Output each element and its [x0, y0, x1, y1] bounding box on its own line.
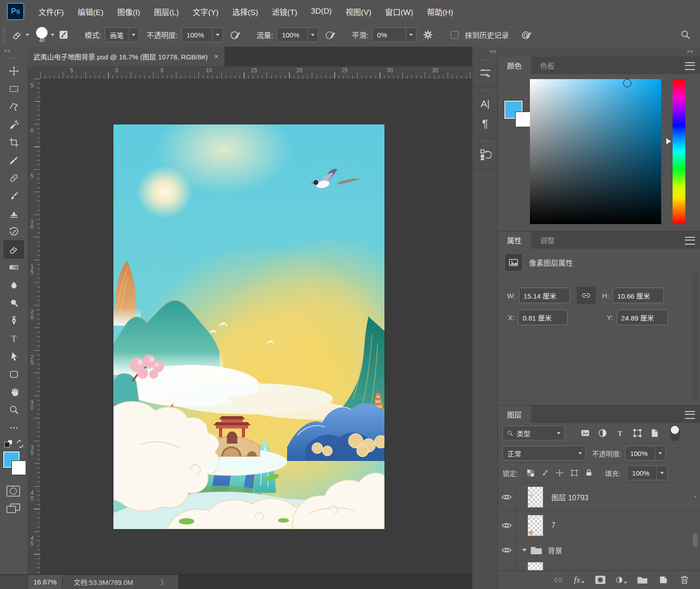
x-field[interactable]: 0.81 厘米	[518, 310, 567, 325]
size-pressure-button[interactable]	[519, 28, 534, 42]
history-brush-tool[interactable]	[4, 223, 24, 241]
lasso-tool[interactable]	[4, 98, 24, 116]
quick-mask-button[interactable]	[6, 485, 21, 497]
healing-brush-tool[interactable]	[4, 169, 24, 187]
zoom-tool[interactable]	[4, 401, 24, 419]
opacity-select[interactable]: 100%	[182, 27, 223, 42]
menu-file[interactable]: 文件(F)	[32, 0, 71, 23]
zoom-level-field[interactable]: 16.67%	[28, 575, 63, 589]
hue-slider[interactable]	[673, 79, 685, 224]
link-layers-button[interactable]	[552, 574, 564, 586]
lock-transparency-icon[interactable]	[524, 467, 536, 479]
layers-scroll-up[interactable]: ⌃	[693, 495, 698, 502]
layer-name[interactable]: 背景	[548, 545, 562, 556]
height-field[interactable]: 10.66 厘米	[613, 288, 664, 303]
layer-thumbnail[interactable]	[528, 515, 543, 536]
search-button[interactable]	[678, 28, 693, 41]
smoothing-options-gear-button[interactable]	[420, 28, 436, 42]
background-color-swatch[interactable]	[11, 460, 26, 475]
menu-image[interactable]: 图像(I)	[110, 0, 147, 23]
pen-tool[interactable]	[4, 312, 24, 330]
lock-pixels-icon[interactable]	[539, 467, 551, 479]
mode-select[interactable]: 画笔	[105, 27, 139, 42]
gradient-tool[interactable]	[4, 258, 24, 276]
filter-adjustment-layers-icon[interactable]	[596, 426, 609, 440]
layers-scrollbar-thumb[interactable]	[693, 534, 698, 547]
top-ruler[interactable]: 5 0 5 10 15 20 25 30 35	[40, 66, 472, 79]
airbrush-button[interactable]	[323, 28, 338, 42]
paragraph-panel-icon[interactable]: ¶	[476, 115, 494, 133]
object-selection-tool[interactable]	[4, 116, 24, 134]
brush-preset-picker[interactable]: 40	[36, 27, 48, 43]
menu-select[interactable]: 选择(S)	[225, 0, 265, 23]
dock-collapse-right-button[interactable]: >>	[687, 48, 694, 54]
erase-to-history-checkbox[interactable]	[451, 31, 459, 39]
close-tab-icon[interactable]: ×	[214, 52, 219, 61]
pasteboard[interactable]	[40, 79, 472, 575]
filter-type-layers-icon[interactable]: T	[613, 426, 627, 440]
toggle-brush-settings-button[interactable]	[56, 28, 71, 42]
layer-thumbnail[interactable]	[528, 487, 543, 508]
layer-row[interactable]: 图层 10793	[498, 483, 700, 511]
menu-help[interactable]: 帮助(H)	[420, 0, 460, 23]
background-color-well[interactable]	[515, 112, 531, 127]
toolbar-collapse-button[interactable]: >>	[0, 47, 27, 56]
layer-filter-select[interactable]: 类型	[502, 426, 565, 440]
brush-settings-panel-icon[interactable]	[476, 64, 494, 82]
properties-scrollbar[interactable]	[692, 273, 698, 401]
new-adjustment-layer-button[interactable]	[615, 574, 627, 586]
screen-mode-button[interactable]	[6, 503, 21, 514]
menu-view[interactable]: 视图(V)	[339, 0, 379, 23]
history-panel-icon[interactable]	[476, 145, 494, 164]
y-field[interactable]: 24.89 厘米	[617, 310, 668, 325]
tab-swatches[interactable]: 色板	[531, 57, 564, 74]
dodge-tool[interactable]	[4, 294, 24, 312]
color-field-cursor[interactable]	[623, 79, 631, 87]
color-field[interactable]	[530, 79, 661, 224]
hue-slider-handle[interactable]	[666, 138, 671, 145]
menu-type[interactable]: 文字(Y)	[186, 0, 225, 23]
menu-3d[interactable]: 3D(D)	[304, 0, 338, 23]
brush-preset-chevron[interactable]	[51, 34, 54, 36]
tool-preset-picker[interactable]	[10, 28, 31, 42]
crop-tool[interactable]	[4, 134, 24, 151]
filter-toggle[interactable]	[670, 425, 680, 441]
layer-name[interactable]: 7	[551, 521, 556, 530]
edit-toolbar-button[interactable]	[4, 419, 24, 437]
path-selection-tool[interactable]	[4, 348, 24, 365]
lock-position-icon[interactable]	[554, 467, 566, 479]
blend-mode-select[interactable]: 正常	[502, 446, 586, 460]
tab-adjustments[interactable]: 调整	[531, 231, 564, 249]
group-expand-caret[interactable]	[522, 549, 527, 552]
default-colors-icon[interactable]	[4, 439, 13, 449]
brush-tool[interactable]	[4, 187, 24, 205]
filter-shape-layers-icon[interactable]	[631, 426, 644, 440]
filter-smart-objects-icon[interactable]	[648, 426, 662, 440]
delete-layer-button[interactable]	[679, 574, 690, 586]
panel-menu-icon[interactable]	[685, 411, 695, 419]
new-layer-button[interactable]	[657, 574, 669, 586]
layers-opacity-select[interactable]: 100%	[625, 446, 666, 460]
tab-color[interactable]: 颜色	[498, 57, 531, 74]
eraser-tool[interactable]	[4, 241, 24, 258]
add-layer-mask-button[interactable]	[594, 574, 606, 586]
shape-tool[interactable]	[4, 365, 24, 383]
new-group-button[interactable]	[636, 574, 648, 586]
lock-artboard-icon[interactable]	[568, 467, 580, 479]
lock-all-icon[interactable]	[583, 467, 595, 479]
blur-tool[interactable]	[4, 276, 24, 294]
dock-collapse-left-button[interactable]: <<	[490, 48, 497, 54]
clone-stamp-tool[interactable]	[4, 205, 24, 223]
eyedropper-tool[interactable]	[4, 151, 24, 169]
fill-select[interactable]: 100%	[627, 466, 668, 480]
tab-layers[interactable]: 图层	[498, 406, 531, 423]
layer-visibility-toggle[interactable]	[498, 483, 516, 511]
smoothing-select[interactable]: 0%	[372, 27, 417, 42]
layer-visibility-toggle[interactable]	[498, 540, 516, 561]
canvas[interactable]	[113, 124, 385, 529]
layer-name[interactable]: 图层 10793	[551, 492, 588, 503]
filter-pixel-layers-icon[interactable]	[578, 426, 592, 440]
tab-properties[interactable]: 属性	[498, 231, 531, 249]
layer-group-row[interactable]: 背景	[498, 540, 700, 561]
swap-colors-icon[interactable]	[16, 439, 25, 449]
